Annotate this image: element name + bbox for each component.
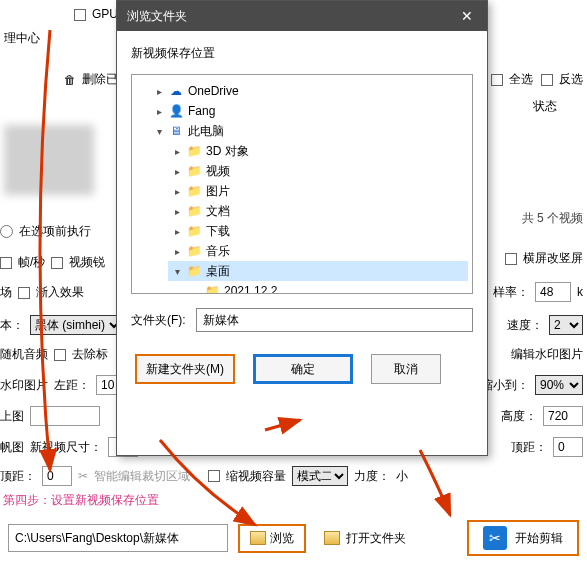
frame-lbl: 帆图 — [0, 439, 24, 456]
mgr-label: 理中心 — [4, 30, 40, 47]
status-label: 状态 — [533, 98, 557, 115]
landscape-checkbox[interactable] — [505, 253, 517, 265]
folder-tree[interactable]: ▸☁OneDrive▸👤Fang▾🖥此电脑▸📁3D 对象▸📁视频▸📁图片▸📁文档… — [131, 74, 473, 294]
edit-wm[interactable]: 编辑水印图片 — [511, 346, 583, 363]
invert-sel: 反选 — [559, 71, 583, 88]
folder-icon — [324, 531, 340, 545]
tree-item[interactable]: ▾🖥此电脑 — [150, 121, 468, 141]
tree-label: 视频 — [206, 163, 230, 180]
expand-icon[interactable]: ▸ — [172, 206, 182, 217]
folder-icon: 📁 — [186, 143, 202, 159]
expand-icon[interactable]: ▸ — [172, 186, 182, 197]
folder-icon: 📁 — [186, 263, 202, 279]
thumbnail — [4, 125, 94, 195]
height-input[interactable] — [543, 406, 583, 426]
folder-icon — [250, 531, 266, 545]
select-all: 全选 — [509, 71, 533, 88]
ok-button[interactable]: 确定 — [253, 354, 353, 384]
intensity-val: 小 — [396, 468, 408, 485]
upload-input[interactable] — [30, 406, 100, 426]
close-button[interactable]: ✕ — [447, 1, 487, 31]
fps-checkbox[interactable] — [0, 257, 12, 269]
tree-item[interactable]: ▸☁OneDrive — [150, 81, 468, 101]
wm-img: 水印图片 — [0, 377, 48, 394]
user-icon: 👤 — [168, 103, 184, 119]
tree-label: 桌面 — [206, 263, 230, 280]
font-lbl: 本： — [0, 317, 24, 334]
random-audio: 随机音频 — [0, 346, 48, 363]
tree-item[interactable]: ▾📁桌面 — [168, 261, 468, 281]
sample-input[interactable] — [535, 282, 571, 302]
tree-item[interactable]: ▸📁3D 对象 — [168, 141, 468, 161]
intensity-lbl: 力度： — [354, 468, 390, 485]
expand-icon[interactable]: ▸ — [154, 106, 164, 117]
fps: 帧/秒 — [18, 254, 45, 271]
crop-input[interactable] — [42, 466, 72, 486]
font-select[interactable]: 黑体 (simhei) — [30, 315, 123, 335]
remove-checkbox[interactable] — [54, 349, 66, 361]
folder-icon: 📁 — [186, 223, 202, 239]
expand-icon[interactable]: ▸ — [172, 226, 182, 237]
start-label: 开始剪辑 — [515, 530, 563, 547]
sample-unit: k — [577, 285, 583, 299]
tree-label: OneDrive — [188, 84, 239, 98]
folder-field-label: 文件夹(F): — [131, 312, 186, 329]
expand-icon[interactable]: ▸ — [154, 86, 164, 97]
tree-item[interactable]: ▸👤Fang — [150, 101, 468, 121]
expand-icon[interactable]: ▸ — [172, 166, 182, 177]
newsize: 新视频尺寸： — [30, 439, 102, 456]
height-lbl: 高度： — [501, 408, 537, 425]
scissors-icon: ✂ — [483, 526, 507, 550]
mode-select[interactable]: 模式二 — [292, 466, 348, 486]
tree-label: 文档 — [206, 203, 230, 220]
tree-item[interactable]: ▸📁下载 — [168, 221, 468, 241]
fadein-checkbox[interactable] — [18, 287, 30, 299]
new-folder-button[interactable]: 新建文件夹(M) — [135, 354, 235, 384]
sharpen: 视频锐 — [69, 254, 105, 271]
tree-label: 2021.12.2 — [224, 284, 277, 294]
expand-icon[interactable]: ▾ — [154, 126, 164, 137]
start-button[interactable]: ✂ 开始剪辑 — [467, 520, 579, 556]
gpu-checkbox[interactable] — [74, 9, 86, 21]
browse-label: 浏览 — [270, 530, 294, 547]
count-label: 共 5 个视频 — [522, 210, 583, 227]
speed-select[interactable]: 2 — [549, 315, 583, 335]
folder-icon: 📁 — [186, 203, 202, 219]
folder-icon: 📁 — [204, 283, 220, 294]
selectall-checkbox[interactable] — [491, 74, 503, 86]
open-folder-button[interactable]: 打开文件夹 — [316, 526, 414, 551]
landscape: 横屏改竖屏 — [523, 250, 583, 267]
top-lbl: 顶距： — [511, 439, 547, 456]
browse-button[interactable]: 浏览 — [238, 524, 306, 553]
dialog-title: 浏览文件夹 — [127, 8, 187, 25]
fadein: 渐入效果 — [36, 284, 84, 301]
smart-crop: 智能编辑裁切区域 — [94, 468, 190, 485]
tree-label: 图片 — [206, 183, 230, 200]
before-exec: 在选项前执行 — [19, 223, 91, 240]
tree-label: Fang — [188, 104, 215, 118]
cancel-button[interactable]: 取消 — [371, 354, 441, 384]
compress-checkbox[interactable] — [208, 470, 220, 482]
top-input[interactable] — [553, 437, 583, 457]
speed-lbl: 速度： — [507, 317, 543, 334]
tree-item[interactable]: ▸📁图片 — [168, 181, 468, 201]
tree-item[interactable]: ▸📁视频 — [168, 161, 468, 181]
before-exec-radio[interactable] — [0, 225, 13, 238]
shrink-select[interactable]: 90% — [535, 375, 583, 395]
sharpen-checkbox[interactable] — [51, 257, 63, 269]
open-folder-label: 打开文件夹 — [346, 530, 406, 547]
tree-item[interactable]: 📁2021.12.2 — [186, 281, 468, 294]
tree-item[interactable]: ▸📁音乐 — [168, 241, 468, 261]
step-label: 第四步：设置新视频保存位置 — [3, 492, 159, 509]
tree-label: 此电脑 — [188, 123, 224, 140]
folder-icon: 📁 — [186, 243, 202, 259]
folder-name-input[interactable] — [196, 308, 473, 332]
onedrive-icon: ☁ — [168, 83, 184, 99]
scissors-icon: ✂ — [78, 469, 88, 483]
expand-icon[interactable]: ▸ — [172, 146, 182, 157]
save-path-input[interactable] — [8, 524, 228, 552]
expand-icon[interactable]: ▾ — [172, 266, 182, 277]
tree-item[interactable]: ▸📁文档 — [168, 201, 468, 221]
invert-checkbox[interactable] — [541, 74, 553, 86]
expand-icon[interactable]: ▸ — [172, 246, 182, 257]
